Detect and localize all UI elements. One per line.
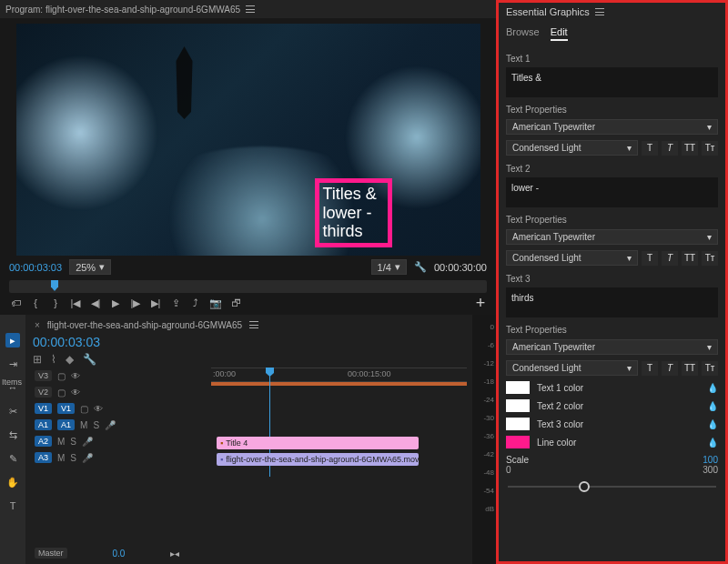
timeline-timecode[interactable]: 00:00:03:03 xyxy=(29,333,467,351)
mic-icon[interactable]: 🎤 xyxy=(82,453,93,463)
marker-tool-icon[interactable]: ◆ xyxy=(66,353,74,366)
eyedropper-icon[interactable]: 💧 xyxy=(707,401,718,411)
clip-video[interactable]: ▪flight-over-the-sea-and-ship-aground-6G… xyxy=(217,453,419,466)
export-frame-icon[interactable]: 📷 xyxy=(209,297,222,309)
text1-style-select[interactable]: Condensed Light▾ xyxy=(506,140,638,156)
italic-button[interactable]: T xyxy=(662,141,678,156)
text2-color-swatch[interactable] xyxy=(506,399,530,412)
italic-button[interactable]: T xyxy=(662,361,678,376)
playhead-icon[interactable] xyxy=(51,280,58,291)
close-tab-icon[interactable]: × xyxy=(35,320,40,330)
mute-icon[interactable]: ▢ xyxy=(80,404,88,414)
timeline-ruler[interactable]: :00:00 00:00:15:00 xyxy=(211,368,467,382)
track-a1-toggle[interactable]: A1 xyxy=(57,419,75,430)
text3-color-swatch[interactable] xyxy=(506,418,530,430)
resolution-select[interactable]: 1/4▾ xyxy=(371,259,407,275)
lift-icon[interactable]: ⇪ xyxy=(169,297,182,309)
text2-label: Text 2 xyxy=(499,158,725,176)
go-in-icon[interactable]: |◀ xyxy=(69,297,82,309)
program-viewer[interactable]: Titles & lower - thirds xyxy=(16,24,480,256)
smallcaps-button[interactable]: Tт xyxy=(702,141,718,156)
text3-input[interactable]: thirds xyxy=(506,287,718,317)
out-icon[interactable]: } xyxy=(49,297,62,309)
bold-button[interactable]: T xyxy=(642,361,658,376)
smallcaps-button[interactable]: Tт xyxy=(702,251,718,266)
panel-menu-icon[interactable] xyxy=(595,8,604,15)
timeline-track-area[interactable]: :00:00 00:00:15:00 ▪Title 4 ▪flight-over… xyxy=(211,368,467,546)
hand-tool-icon[interactable]: ✋ xyxy=(5,475,20,489)
razor-tool-icon[interactable]: ✂ xyxy=(5,404,20,418)
track-a3-toggle[interactable]: A3 xyxy=(35,452,52,463)
eyedropper-icon[interactable]: 💧 xyxy=(707,419,718,429)
italic-button[interactable]: T xyxy=(662,251,678,266)
track-v2-toggle[interactable]: V2 xyxy=(35,387,52,398)
text3-style-select[interactable]: Condensed Light▾ xyxy=(506,360,638,376)
snap-icon[interactable]: ⊞ xyxy=(33,353,42,366)
panel-menu-icon[interactable] xyxy=(246,5,255,13)
text2-font-select[interactable]: American Typewriter▾ xyxy=(506,229,718,245)
text3-font-select[interactable]: American Typewriter▾ xyxy=(506,339,718,355)
marker-icon[interactable]: 🏷 xyxy=(9,297,22,309)
allcaps-button[interactable]: TT xyxy=(682,361,698,376)
text2-input[interactable]: lower - xyxy=(506,177,718,207)
tab-browse[interactable]: Browse xyxy=(506,26,540,41)
fx-icon[interactable]: ▸◂ xyxy=(170,549,179,559)
tab-edit[interactable]: Edit xyxy=(551,26,568,41)
slip-tool-icon[interactable]: ⇆ xyxy=(5,428,20,442)
clip-title[interactable]: ▪Title 4 xyxy=(217,437,419,449)
source-v1[interactable]: V1 xyxy=(35,403,52,414)
allcaps-button[interactable]: TT xyxy=(682,141,698,156)
mic-icon[interactable]: 🎤 xyxy=(82,437,93,447)
text1-font-select[interactable]: American Typewriter▾ xyxy=(506,119,718,135)
program-scrubber[interactable] xyxy=(9,280,487,293)
in-icon[interactable]: { xyxy=(29,297,42,309)
eye-icon[interactable]: 👁 xyxy=(94,404,103,414)
panel-menu-icon[interactable] xyxy=(249,321,258,328)
bold-button[interactable]: T xyxy=(642,251,658,266)
step-fwd-icon[interactable]: |▶ xyxy=(129,297,142,309)
master-track[interactable]: Master xyxy=(35,548,67,559)
selection-tool-icon[interactable]: ▸ xyxy=(5,333,20,347)
text1-input[interactable]: Titles & xyxy=(506,67,718,97)
smallcaps-button[interactable]: Tт xyxy=(702,361,718,376)
slider-thumb[interactable] xyxy=(579,481,590,492)
eye-icon[interactable]: 👁 xyxy=(71,371,80,381)
essential-graphics-panel: Essential Graphics Browse Edit Text 1 Ti… xyxy=(496,0,728,564)
allcaps-button[interactable]: TT xyxy=(682,251,698,266)
eyedropper-icon[interactable]: 💧 xyxy=(707,383,718,393)
mic-icon[interactable]: 🎤 xyxy=(105,420,116,430)
type-tool-icon[interactable]: T xyxy=(5,499,20,513)
eyedropper-icon[interactable]: 💧 xyxy=(707,438,718,448)
scale-label: Scale xyxy=(506,455,529,465)
extract-icon[interactable]: ⤴ xyxy=(189,297,202,309)
track-a2-toggle[interactable]: A2 xyxy=(35,436,52,447)
pen-tool-icon[interactable]: ✎ xyxy=(5,451,20,466)
wrench-icon[interactable]: 🔧 xyxy=(414,261,427,274)
play-icon[interactable]: ▶ xyxy=(109,297,122,309)
eye-icon[interactable]: 👁 xyxy=(71,388,80,398)
work-area-bar[interactable] xyxy=(211,382,467,386)
go-out-icon[interactable]: ▶| xyxy=(149,297,162,309)
bold-button[interactable]: T xyxy=(642,141,658,156)
settings-icon[interactable]: 🔧 xyxy=(83,353,96,366)
timecode[interactable]: 00:00:03:03 xyxy=(9,262,62,273)
link-icon[interactable]: ⌇ xyxy=(51,353,56,366)
track-select-tool-icon[interactable]: ⇥ xyxy=(5,357,20,371)
sequence-tab[interactable]: flight-over-the-sea-and-ship-aground-6GM… xyxy=(47,320,242,330)
text2-style-select[interactable]: Condensed Light▾ xyxy=(506,250,638,266)
title-overlay[interactable]: Titles & lower - thirds xyxy=(315,178,392,247)
mute-icon[interactable]: ▢ xyxy=(57,371,66,381)
mute-icon[interactable]: ▢ xyxy=(57,388,66,398)
line-color-swatch[interactable] xyxy=(506,436,530,448)
source-a1[interactable]: A1 xyxy=(35,419,52,430)
scale-value[interactable]: 100 xyxy=(703,455,718,465)
scale-slider[interactable] xyxy=(508,480,716,493)
track-v3-toggle[interactable]: V3 xyxy=(35,370,52,381)
track-v1-toggle[interactable]: V1 xyxy=(57,403,75,414)
add-button-icon[interactable]: + xyxy=(474,297,487,309)
zoom-select[interactable]: 25%▾ xyxy=(69,259,111,275)
compare-icon[interactable]: 🗗 xyxy=(229,297,242,309)
step-back-icon[interactable]: ◀| xyxy=(89,297,102,309)
text1-color-swatch[interactable] xyxy=(506,381,530,394)
master-volume[interactable]: 0.0 xyxy=(113,549,126,559)
